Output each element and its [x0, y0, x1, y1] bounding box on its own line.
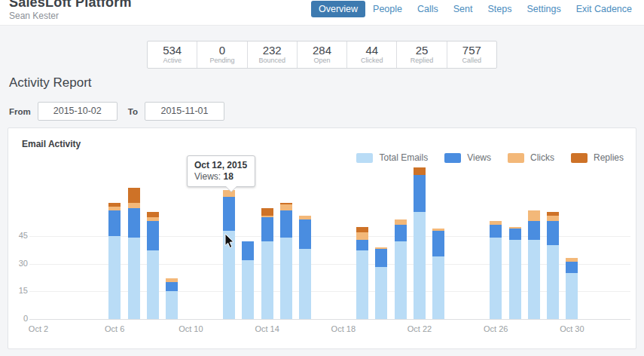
app-title: SalesLoft Platform — [9, 0, 132, 11]
tab-settings[interactable]: Settings — [519, 1, 568, 17]
stat-bounced: 232Bounced — [248, 41, 298, 68]
stat-value: 44 — [347, 44, 396, 57]
y-tick-30: 30 — [8, 259, 28, 268]
x-tick-oct-30: Oct 30 — [549, 324, 594, 333]
stat-pending: 0Pending — [197, 41, 247, 68]
stat-active: 534Active — [148, 41, 197, 68]
bar-oct-19[interactable] — [356, 227, 368, 319]
bar-oct-7[interactable] — [128, 188, 140, 319]
segment-total_emails — [261, 241, 273, 319]
stat-value: 284 — [298, 44, 346, 57]
segment-clicks — [128, 203, 140, 208]
stat-clicked: 44Clicked — [347, 41, 397, 68]
bar-oct-27[interactable] — [509, 227, 521, 319]
bar-oct-13[interactable] — [242, 241, 254, 319]
segment-total_emails — [432, 256, 444, 319]
to-label: To — [128, 107, 138, 116]
tab-calls[interactable]: Calls — [410, 1, 446, 17]
segment-total_emails — [528, 240, 540, 319]
segment-total_emails — [356, 250, 368, 319]
bar-oct-22[interactable] — [414, 167, 426, 319]
segment-replies — [261, 208, 273, 216]
segment-total_emails — [395, 241, 407, 319]
email-activity-card: Email Activity Total EmailsViewsClicksRe… — [8, 127, 636, 349]
bar-oct-8[interactable] — [147, 212, 159, 319]
y-tick-45: 45 — [8, 231, 28, 240]
segment-total_emails — [147, 250, 159, 319]
segment-total_emails — [375, 267, 387, 319]
segment-views — [299, 219, 311, 249]
bar-oct-30[interactable] — [566, 258, 578, 319]
bar-oct-15[interactable] — [280, 203, 292, 319]
bar-oct-14[interactable] — [261, 208, 273, 319]
chart-plot: Oct 12, 2015 Views: 18 0153045Oct 2Oct 6… — [8, 128, 636, 348]
date-range-row: From 2015-10-02 To 2015-11-01 — [9, 102, 235, 121]
segment-replies — [356, 227, 368, 232]
segment-views — [108, 210, 121, 236]
chart-tooltip: Oct 12, 2015 Views: 18 — [187, 155, 255, 187]
segment-views — [395, 225, 407, 241]
segment-views — [166, 282, 178, 291]
stat-label: Replied — [397, 57, 446, 65]
segment-clicks — [356, 232, 368, 240]
bar-oct-16[interactable] — [299, 216, 311, 319]
y-tick-0: 0 — [8, 314, 28, 323]
bar-oct-28[interactable] — [528, 210, 540, 319]
user-name: Sean Kester — [9, 11, 59, 21]
tab-overview[interactable]: Overview — [311, 1, 365, 17]
to-date-input[interactable]: 2015-11-01 — [145, 102, 224, 121]
x-tick-oct-18: Oct 18 — [321, 324, 366, 333]
bar-oct-23[interactable] — [432, 229, 444, 319]
tooltip-date: Oct 12, 2015 — [194, 160, 247, 170]
stat-value: 25 — [397, 44, 446, 57]
app-header: SalesLoft Platform Sean Kester OverviewP… — [0, 0, 644, 25]
segment-clicks — [528, 210, 540, 222]
stat-value: 757 — [447, 44, 496, 57]
tab-exit-cadence[interactable]: Exit Cadence — [569, 1, 639, 17]
segment-total_emails — [166, 291, 178, 319]
tooltip-value: Views: 18 — [194, 171, 247, 182]
segment-views — [547, 221, 559, 245]
segment-views — [566, 262, 578, 273]
bar-oct-20[interactable] — [375, 247, 387, 319]
nav-tabs: OverviewPeopleCallsSentStepsSettingsExit… — [311, 1, 639, 17]
page-title: Activity Report — [9, 75, 92, 91]
segment-total_emails — [547, 245, 559, 319]
stat-value: 232 — [248, 44, 297, 57]
segment-total_emails — [299, 249, 311, 319]
x-tick-oct-14: Oct 14 — [245, 324, 290, 333]
stat-label: Pending — [197, 57, 246, 65]
x-tick-oct-22: Oct 22 — [397, 324, 442, 333]
bar-oct-26[interactable] — [490, 221, 502, 319]
segment-views — [261, 217, 273, 241]
from-label: From — [9, 107, 31, 116]
segment-clicks — [280, 204, 292, 210]
x-tick-oct-26: Oct 26 — [473, 324, 518, 333]
segment-replies — [128, 188, 140, 203]
tab-sent[interactable]: Sent — [446, 1, 481, 17]
x-tick-oct-6: Oct 6 — [92, 324, 137, 333]
stat-value: 534 — [148, 44, 197, 57]
segment-replies — [414, 167, 426, 175]
stats-bar: 534Active0Pending232Bounced284Open44Clic… — [147, 41, 497, 69]
segment-views — [509, 229, 521, 240]
bar-oct-12[interactable] — [223, 190, 235, 319]
y-tick-15: 15 — [8, 286, 28, 295]
tab-steps[interactable]: Steps — [481, 1, 520, 17]
segment-replies — [147, 212, 159, 217]
segment-views — [280, 210, 292, 238]
bar-oct-6[interactable] — [108, 203, 121, 319]
from-date-input[interactable]: 2015-10-02 — [38, 102, 118, 121]
bar-oct-21[interactable] — [395, 219, 407, 319]
stat-label: Bounced — [248, 57, 297, 65]
segment-views — [490, 225, 502, 238]
stat-replied: 25Replied — [397, 41, 447, 68]
segment-total_emails — [566, 273, 578, 319]
segment-total_emails — [280, 238, 292, 319]
bar-oct-29[interactable] — [547, 212, 559, 319]
bar-oct-9[interactable] — [166, 278, 178, 319]
mouse-cursor — [224, 234, 235, 249]
segment-views — [242, 241, 254, 259]
segment-views — [414, 175, 426, 212]
tab-people[interactable]: People — [365, 1, 410, 17]
